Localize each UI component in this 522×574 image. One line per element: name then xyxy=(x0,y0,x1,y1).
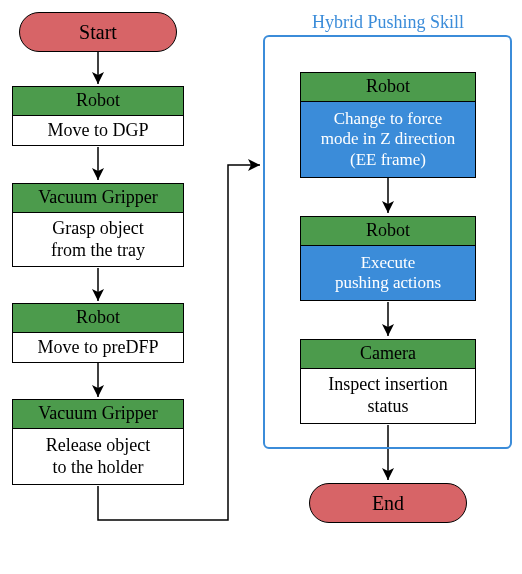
left-block-1-header: Robot xyxy=(12,86,184,116)
end-terminal: End xyxy=(309,483,467,523)
left-block-2-body-text: Grasp object from the tray xyxy=(51,218,145,261)
left-block-2-body: Grasp object from the tray xyxy=(12,213,184,267)
left-block-4-body-text: Release object to the holder xyxy=(46,435,150,478)
left-block-1-body-text: Move to DGP xyxy=(47,120,148,142)
skill-step-3-header-label: Camera xyxy=(360,343,416,365)
end-label: End xyxy=(372,491,404,515)
skill-step-3-body-text: Inspect insertion status xyxy=(328,374,447,417)
skill-step-2-header: Robot xyxy=(300,216,476,246)
skill-title: Hybrid Pushing Skill xyxy=(288,12,488,33)
left-block-3-header-label: Robot xyxy=(76,307,120,329)
left-block-2-header: Vacuum Gripper xyxy=(12,183,184,213)
skill-step-3-header: Camera xyxy=(300,339,476,369)
skill-step-1-body-text: Change to force mode in Z direction (EE … xyxy=(321,109,456,170)
skill-step-1-header-label: Robot xyxy=(366,76,410,98)
left-block-3-body-text: Move to preDFP xyxy=(38,337,159,359)
skill-step-1-header: Robot xyxy=(300,72,476,102)
skill-step-1-body: Change to force mode in Z direction (EE … xyxy=(300,102,476,178)
left-block-2-header-label: Vacuum Gripper xyxy=(38,187,157,209)
skill-step-2-body: Execute pushing actions xyxy=(300,246,476,301)
left-block-1-body: Move to DGP xyxy=(12,116,184,146)
left-block-4-header-label: Vacuum Gripper xyxy=(38,403,157,425)
left-block-3-body: Move to preDFP xyxy=(12,333,184,363)
start-terminal: Start xyxy=(19,12,177,52)
start-label: Start xyxy=(79,20,117,44)
left-block-4-body: Release object to the holder xyxy=(12,429,184,485)
left-block-4-header: Vacuum Gripper xyxy=(12,399,184,429)
skill-step-2-header-label: Robot xyxy=(366,220,410,242)
skill-title-text: Hybrid Pushing Skill xyxy=(312,12,464,32)
skill-step-3-body: Inspect insertion status xyxy=(300,369,476,424)
left-block-3-header: Robot xyxy=(12,303,184,333)
skill-step-2-body-text: Execute pushing actions xyxy=(335,253,441,294)
left-block-1-header-label: Robot xyxy=(76,90,120,112)
